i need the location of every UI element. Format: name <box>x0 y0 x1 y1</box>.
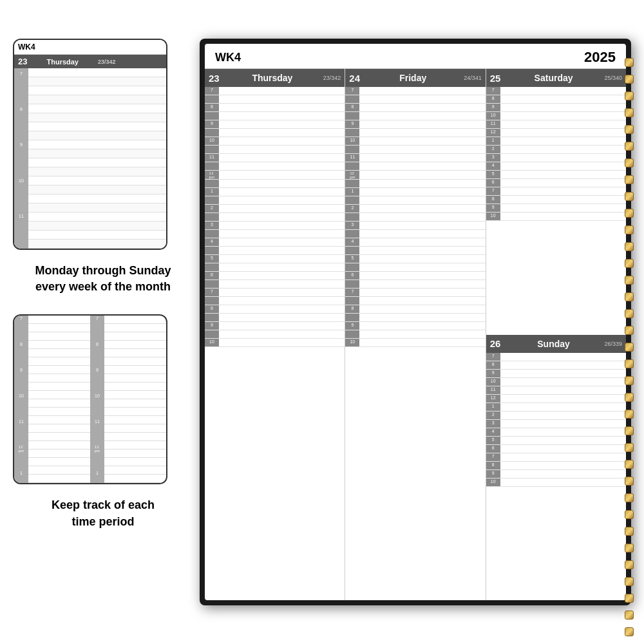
time-row <box>345 162 485 171</box>
thumb2-lines-left <box>28 316 90 483</box>
left-panel: WK4 23 Thursday 23/342 7 8 9 10 11 <box>13 39 193 549</box>
friday-name: Friday <box>365 73 461 83</box>
time-row: 2 <box>486 146 626 154</box>
thursday-code: 23/342 <box>323 75 341 81</box>
time-row: 9 <box>205 120 345 129</box>
time-row <box>345 314 485 322</box>
time-row <box>205 129 345 137</box>
time-row: 10 <box>486 478 626 487</box>
time-row <box>345 146 485 154</box>
time-row: 1 <box>486 403 626 412</box>
planner-inner: WK4 2025 23 Thursday 23/342 7 8 9 <box>205 44 626 600</box>
time-row <box>345 247 485 255</box>
time-row <box>205 280 345 289</box>
friday-column: 24 Friday 24/341 7 8 9 10 11 12pm <box>345 69 486 600</box>
sunday-name: Sunday <box>506 339 602 349</box>
thumbnail-1: WK4 23 Thursday 23/342 7 8 9 10 11 <box>13 39 167 250</box>
time-row: 12pm <box>345 171 485 180</box>
time-row: 8 <box>486 95 626 104</box>
time-row: 10 <box>345 137 485 146</box>
thumb1-day-num: 23 <box>18 57 27 66</box>
time-row: 9 <box>486 370 626 378</box>
friday-header: 24 Friday 24/341 <box>345 69 485 87</box>
time-row: 9 <box>345 120 485 129</box>
time-row: 8 <box>486 462 626 470</box>
time-row: 11 <box>345 154 485 162</box>
sunday-code: 26/339 <box>604 341 622 347</box>
sunday-num: 26 <box>490 338 503 349</box>
saturday-code: 25/340 <box>604 75 622 81</box>
time-row <box>205 297 345 305</box>
time-row: 7 <box>486 87 626 95</box>
planner-year: 2025 <box>584 49 616 66</box>
time-row <box>205 247 345 255</box>
time-row: 10 <box>205 339 345 347</box>
time-row: 9 <box>486 204 626 213</box>
planner-device: WK4 2025 23 Thursday 23/342 7 8 9 <box>200 39 631 605</box>
time-row <box>205 314 345 322</box>
time-row: 7 <box>486 453 626 462</box>
caption-2: Keep track of eachtime period <box>13 497 193 529</box>
time-row <box>205 95 345 104</box>
thumb2-schedule: 7 8 9 10 11 12pm 1 <box>14 316 166 483</box>
time-row <box>205 180 345 188</box>
time-row <box>345 280 485 289</box>
time-row: 3 <box>345 222 485 230</box>
sat-sun-column: 25 Saturday 25/340 7 8 9 10 11 12 1 2 3 … <box>486 69 626 600</box>
time-row: 10 <box>205 137 345 146</box>
time-row: 12pm <box>205 171 345 180</box>
time-row: 9 <box>486 104 626 112</box>
caption-1: Monday through Sundayevery week of the m… <box>13 263 193 295</box>
time-row: 5 <box>486 171 626 179</box>
time-row: 11 <box>205 154 345 162</box>
time-row: 6 <box>486 445 626 453</box>
time-row <box>205 230 345 238</box>
time-row: 8 <box>345 305 485 314</box>
time-row: 10 <box>486 378 626 386</box>
time-row: 12 <box>486 395 626 403</box>
friday-num: 24 <box>349 73 362 84</box>
time-row: 2 <box>205 205 345 213</box>
time-row <box>345 180 485 188</box>
time-row: 9 <box>486 470 626 478</box>
planner-wk-label: WK4 <box>215 51 241 64</box>
time-row: 4 <box>486 428 626 437</box>
saturday-name: Saturday <box>506 73 602 83</box>
planner-header: WK4 2025 <box>205 44 626 69</box>
time-row: 6 <box>486 179 626 187</box>
saturday-header: 25 Saturday 25/340 <box>486 69 626 87</box>
time-row: 1 <box>205 188 345 196</box>
time-row <box>345 213 485 222</box>
time-row: 5 <box>205 255 345 263</box>
time-row: 6 <box>205 272 345 280</box>
time-row: 8 <box>345 104 485 112</box>
time-row <box>345 330 485 339</box>
saturday-num: 25 <box>490 73 503 84</box>
time-row: 9 <box>205 322 345 330</box>
time-row <box>205 263 345 272</box>
time-row: 7 <box>345 289 485 297</box>
time-row <box>205 162 345 171</box>
thumb1-time-col: 7 8 9 10 11 <box>14 68 28 249</box>
time-row <box>345 263 485 272</box>
thumbnail-2: 7 8 9 10 11 12pm 1 <box>13 314 167 484</box>
time-row: 3 <box>486 420 626 428</box>
time-row <box>345 95 485 104</box>
time-row <box>345 196 485 205</box>
time-row: 3 <box>205 222 345 230</box>
time-row: 3 <box>486 154 626 162</box>
time-row: 4 <box>345 238 485 247</box>
time-row: 7 <box>345 87 485 95</box>
time-row: 10 <box>486 213 626 221</box>
planner-columns: 23 Thursday 23/342 7 8 9 10 11 12pm <box>205 69 626 600</box>
sunday-schedule: 7 8 9 10 11 12 1 2 3 4 5 6 7 8 9 10 <box>486 353 626 601</box>
thursday-name: Thursday <box>224 73 321 83</box>
time-row: 8 <box>486 196 626 204</box>
time-row: 5 <box>486 437 626 445</box>
time-row: 10 <box>345 339 485 347</box>
thumb1-wk-label: WK4 <box>14 40 166 55</box>
time-row <box>205 213 345 222</box>
thumb2-time-right: 7 8 9 10 11 12pm 1 <box>90 316 104 483</box>
time-row: 12 <box>486 129 626 137</box>
time-row: 1 <box>486 137 626 146</box>
